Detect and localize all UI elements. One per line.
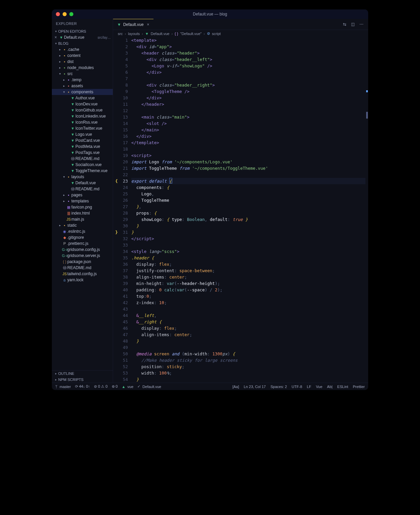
file-item[interactable]: ⓂREADME.md (52, 156, 113, 162)
line-gutter: 1234567891011121314151617181920212223242… (118, 37, 131, 383)
file-item[interactable]: ▼Logo.vue (52, 131, 113, 137)
file-item[interactable]: G꩜gridsome.config.js (52, 247, 113, 253)
file-item[interactable]: ◉.eslintrc.js (52, 228, 113, 234)
encoding[interactable]: UTF-8 (292, 385, 302, 389)
file-item[interactable]: ▼IconDev.vue (52, 101, 113, 107)
chevron-right-icon: ▸ (58, 60, 62, 63)
tests[interactable]: ⊚ 0 (112, 384, 118, 389)
language-mode[interactable]: Vue (316, 385, 322, 389)
file-item[interactable]: G꩜gridsome.server.js (52, 253, 113, 259)
git-branch[interactable]: ᛘmaster (55, 385, 71, 389)
file-item[interactable]: ▼PostTags.vue (52, 150, 113, 156)
npm-scripts-section[interactable]: ▸ NPM SCRIPTS (52, 377, 113, 383)
vue-icon: ▼ (70, 114, 75, 118)
file-item[interactable]: ⩍yarn.lock (52, 277, 113, 283)
ab-indicator[interactable]: Ab| (327, 385, 332, 389)
folder-item[interactable]: ▸▪.temp (52, 77, 113, 83)
file-item[interactable]: ▼ToggleTheme.vue (52, 168, 113, 174)
file-item[interactable]: ⓂREADME.md (52, 186, 113, 192)
vue-icon: ▼ (70, 126, 75, 130)
chevron-right-icon: ▸ (58, 224, 62, 227)
folder-purple-icon: ▪ (66, 199, 71, 203)
tab-default-vue[interactable]: ▼ Default.vue × (113, 19, 153, 30)
file-item[interactable]: P.prettierrc.js (52, 240, 113, 247)
json-icon: { } (62, 260, 67, 264)
file-item[interactable]: { }package.json (52, 259, 113, 265)
split-editor-icon[interactable]: ◫ (351, 22, 355, 27)
file-item[interactable]: ▼IconGithub.vue (52, 107, 113, 113)
vue-icon: ▼ (117, 22, 121, 27)
file-item[interactable]: ▼Author.vue (52, 95, 113, 101)
cursor-position[interactable]: Ln 23, Col 17 (244, 385, 266, 389)
js-icon: JS (62, 272, 67, 276)
folder-icon: ▪ (66, 90, 71, 94)
vue-icon: ▼ (70, 138, 75, 142)
md-icon: Ⓜ (70, 156, 75, 161)
chevron-right-icon: ▸ (55, 378, 57, 381)
file-item[interactable]: ▼PostCard.vue (52, 137, 113, 143)
breadcrumbs[interactable]: src› layouts› ▼ Default.vue› { } "Defaul… (113, 30, 368, 37)
braces-icon: { } (175, 32, 178, 36)
vue-icon: ▼ (70, 102, 75, 106)
file-item[interactable]: ▼Default.vue (52, 180, 113, 186)
open-editors-label: OPEN EDITORS (58, 29, 86, 33)
case-sensitive[interactable]: [Aa] (233, 385, 239, 389)
folder-red-icon: ▪ (66, 84, 71, 88)
folder-item[interactable]: ▾▪components (52, 89, 113, 95)
overview-ruler[interactable] (366, 37, 368, 383)
close-tab-icon[interactable]: × (147, 22, 149, 27)
open-editor-item[interactable]: ×▼Default.vuesrc/lay… (52, 34, 113, 40)
file-item[interactable]: JStailwind.config.js (52, 271, 113, 277)
folder-item[interactable]: ▸▪pages (52, 192, 113, 198)
code-lines[interactable]: <template> <div id="app"> <header class=… (131, 37, 368, 383)
file-item[interactable]: ▼IconLinkedin.vue (52, 113, 113, 119)
folder-item[interactable]: ▸▪node_modules (52, 65, 113, 71)
language-badge[interactable]: ▲ vue (122, 385, 134, 389)
vue-icon: ▲ (122, 385, 126, 389)
folder-item[interactable]: ▸▪.cache (52, 46, 113, 53)
file-item[interactable]: 🀫index.html (52, 210, 113, 216)
git-sync[interactable]: ⟳ 44↓ 0↑ (75, 384, 90, 389)
folder-item[interactable]: ▾▪layouts (52, 174, 113, 180)
eol[interactable]: LF (307, 385, 311, 389)
file-item[interactable]: ▼IconTwitter.vue (52, 125, 113, 131)
js-icon: JS (66, 217, 71, 221)
eslint-icon: ◉ (62, 229, 67, 234)
file-item[interactable]: ⓂREADME.md (52, 265, 113, 271)
file-item[interactable]: ◆.gitignore (52, 234, 113, 240)
folder-item[interactable]: ▸▪templates (52, 198, 113, 204)
indentation[interactable]: Spaces: 2 (271, 385, 287, 389)
chevron-down-icon: ▾ (55, 42, 57, 45)
pretty-icon: P (62, 242, 67, 246)
folder-item[interactable]: ▸▪assets (52, 83, 113, 89)
folder-item[interactable]: ▸▪dist (52, 59, 113, 65)
outline-section[interactable]: ▸ OUTLINE (52, 371, 113, 377)
check-icon: ✓ (137, 384, 140, 389)
prettier-status[interactable]: Prettier (353, 385, 365, 389)
compare-icon[interactable]: ⇆ (343, 22, 346, 27)
file-item[interactable]: ▼IconRss.vue (52, 119, 113, 125)
more-actions-icon[interactable]: ⋯ (359, 22, 363, 27)
prettier-file[interactable]: ✓Default.vue (137, 384, 161, 389)
file-item[interactable]: ▼PostMeta.vue (52, 143, 113, 150)
folder-item[interactable]: ▾▪src (52, 71, 113, 77)
code-area[interactable]: {} 1234567891011121314151617181920212223… (113, 37, 368, 383)
file-item[interactable]: ▦favicon.png (52, 204, 113, 210)
folder-purple-icon: ▪ (66, 78, 71, 82)
eslint-status[interactable]: ESLint (337, 385, 348, 389)
file-item[interactable]: ▼SocialIcon.vue (52, 162, 113, 168)
vue-icon: ▼ (70, 132, 75, 136)
problems[interactable]: ⊘ 0 ⚠ 0 (94, 384, 107, 389)
file-item[interactable]: JSmain.js (52, 216, 113, 222)
gridsome-icon: G꩜ (62, 248, 67, 252)
folder-item[interactable]: ▸▪static (52, 222, 113, 228)
vue-icon: ▼ (70, 144, 75, 149)
folder-item[interactable]: ▸▪content (52, 53, 113, 59)
chevron-right-icon: ▸ (58, 54, 62, 57)
titlebar[interactable]: Default.vue — blog (52, 9, 368, 19)
file-tree: ▸▪.cache▸▪content▸▪dist▸▪node_modules▾▪s… (52, 46, 113, 370)
chevron-right-icon: ▸ (62, 84, 66, 88)
vue-icon: ▼ (70, 96, 75, 100)
project-section[interactable]: ▾ BLOG (52, 40, 113, 46)
open-editors-section[interactable]: ▾ OPEN EDITORS (52, 28, 113, 34)
